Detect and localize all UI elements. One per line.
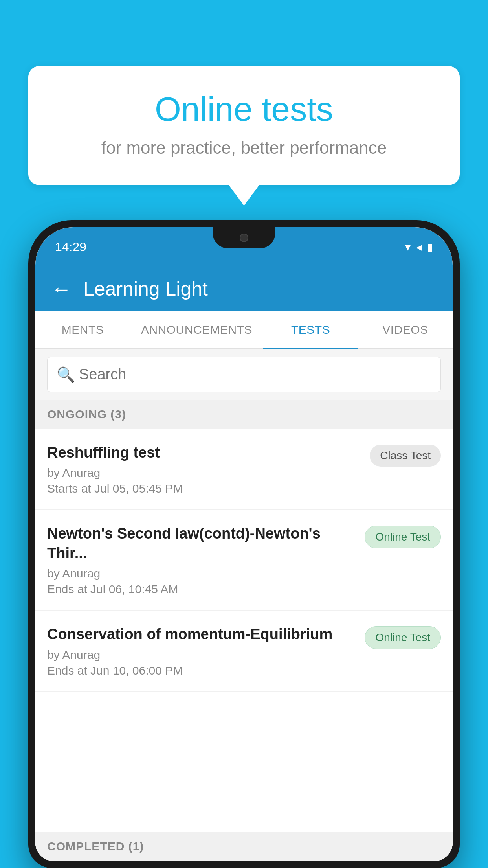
test-item-reshuffling[interactable]: Reshuffling test by Anurag Starts at Jul… <box>35 429 453 510</box>
search-bar: 🔍 <box>35 349 453 400</box>
wifi-icon: ▾ <box>405 241 411 254</box>
test-badge-newton: Online Test <box>365 526 441 548</box>
tab-tests[interactable]: TESTS <box>263 311 358 348</box>
status-bar: 14:29 ▾ ◂ ▮ <box>35 227 453 267</box>
test-name-reshuffling: Reshuffling test <box>47 443 362 462</box>
test-info-reshuffling: Reshuffling test by Anurag Starts at Jul… <box>47 443 362 495</box>
completed-section-header: COMPLETED (1) <box>35 832 453 861</box>
test-time-conservation: Ends at Jun 10, 06:00 PM <box>47 664 357 677</box>
promo-bubble: Online tests for more practice, better p… <box>28 66 460 185</box>
status-time: 14:29 <box>55 240 86 254</box>
tabs-bar: MENTS ANNOUNCEMENTS TESTS VIDEOS <box>35 311 453 349</box>
ongoing-section-header: ONGOING (3) <box>35 400 453 429</box>
test-by-conservation: by Anurag <box>47 648 357 662</box>
tab-announcements[interactable]: ANNOUNCEMENTS <box>130 311 263 348</box>
camera <box>240 234 248 242</box>
search-input[interactable] <box>47 357 441 392</box>
app-header: ← Learning Light <box>35 267 453 311</box>
status-icons: ▾ ◂ ▮ <box>405 241 433 254</box>
battery-icon: ▮ <box>427 241 433 254</box>
back-button[interactable]: ← <box>51 279 72 299</box>
bubble-subtitle: for more practice, better performance <box>60 138 428 158</box>
app-title: Learning Light <box>83 278 208 300</box>
test-by-newton: by Anurag <box>47 567 357 580</box>
tab-ments[interactable]: MENTS <box>35 311 130 348</box>
test-list: Reshuffling test by Anurag Starts at Jul… <box>35 429 453 861</box>
signal-icon: ◂ <box>416 241 422 254</box>
test-by-reshuffling: by Anurag <box>47 466 362 480</box>
test-item-newton[interactable]: Newton's Second law(contd)-Newton's Thir… <box>35 510 453 611</box>
phone-screen: 14:29 ▾ ◂ ▮ ← Learning Light MENTS ANNOU… <box>35 227 453 861</box>
test-time-newton: Ends at Jul 06, 10:45 AM <box>47 583 357 596</box>
test-badge-reshuffling: Class Test <box>370 445 441 467</box>
test-name-newton: Newton's Second law(contd)-Newton's Thir… <box>47 524 357 563</box>
tab-videos[interactable]: VIDEOS <box>358 311 453 348</box>
test-time-reshuffling: Starts at Jul 05, 05:45 PM <box>47 482 362 495</box>
test-info-conservation: Conservation of momentum-Equilibrium by … <box>47 625 357 677</box>
test-info-newton: Newton's Second law(contd)-Newton's Thir… <box>47 524 357 596</box>
test-item-conservation[interactable]: Conservation of momentum-Equilibrium by … <box>35 611 453 691</box>
search-icon: 🔍 <box>57 366 75 383</box>
phone-notch <box>213 227 275 248</box>
phone-frame: 14:29 ▾ ◂ ▮ ← Learning Light MENTS ANNOU… <box>28 220 460 868</box>
test-name-conservation: Conservation of momentum-Equilibrium <box>47 625 357 644</box>
search-container: 🔍 <box>47 357 441 392</box>
test-badge-conservation: Online Test <box>365 626 441 649</box>
bubble-title: Online tests <box>60 90 428 129</box>
